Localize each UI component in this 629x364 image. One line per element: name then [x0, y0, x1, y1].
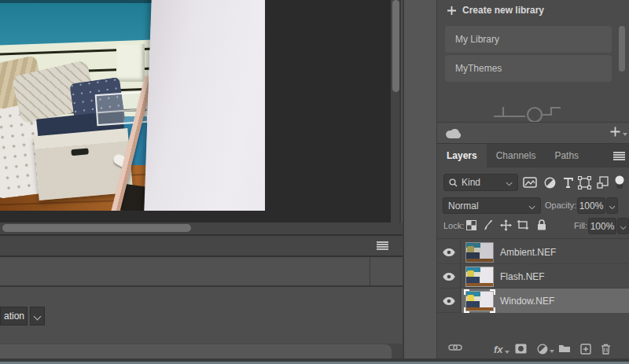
filter-type-layers-icon[interactable]	[561, 176, 575, 189]
layer-row-flash[interactable]: Flash.NEF	[437, 264, 629, 289]
visibility-toggle[interactable]	[437, 289, 461, 313]
caret-down-icon	[505, 351, 509, 354]
chevron-down-icon	[35, 313, 41, 319]
library-item-my-library[interactable]: My Library	[445, 26, 612, 53]
new-group-folder-icon[interactable]	[558, 344, 571, 353]
new-adjustment-layer-icon[interactable]	[537, 344, 554, 355]
bottom-panel-body	[0, 287, 403, 344]
libraries-footer	[437, 122, 629, 144]
filter-kind-dropdown[interactable]: Kind	[443, 174, 518, 191]
bottom-panel-row	[0, 257, 403, 285]
truncated-dropdown-value[interactable]: ation	[0, 307, 28, 325]
footer-rounded-block	[0, 344, 392, 358]
plus-icon	[447, 6, 457, 16]
photo-wall-shelf	[116, 44, 145, 82]
chevron-down-icon	[507, 180, 512, 185]
chevron-down-icon	[530, 203, 535, 208]
thumbnail-fold-corner	[488, 267, 493, 272]
tab-label: Layers	[447, 150, 477, 161]
caret-down-icon	[623, 133, 627, 136]
library-item-mythemes[interactable]: MyThemes	[445, 55, 612, 82]
lock-position-move-icon[interactable]	[498, 218, 513, 232]
library-item-label: My Library	[455, 34, 499, 45]
filter-smart-objects-icon[interactable]	[595, 176, 609, 189]
new-layer-icon[interactable]	[580, 344, 591, 355]
layer-row-window-selected[interactable]: Window.NEF	[437, 289, 629, 313]
libraries-scrollbar-thumb[interactable]	[619, 26, 625, 72]
create-new-library-label: Create new library	[462, 5, 544, 16]
opacity-dropdown-button[interactable]	[606, 197, 618, 214]
layers-panel-menu-icon[interactable]	[613, 152, 625, 160]
visibility-toggle[interactable]	[437, 264, 461, 289]
fill-dropdown-button[interactable]	[617, 218, 629, 234]
divider	[370, 257, 370, 285]
lock-label: Lock:	[443, 221, 464, 230]
tab-label: Channels	[496, 150, 536, 161]
fill-label: Fill:	[574, 221, 587, 230]
lock-all-padlock-icon[interactable]	[535, 218, 549, 232]
tab-paths[interactable]: Paths	[545, 144, 588, 167]
blend-mode-dropdown[interactable]: Normal	[443, 197, 541, 214]
vertical-scrollbar-thumb[interactable]	[392, 0, 399, 92]
layer-thumbnail[interactable]	[466, 243, 493, 262]
tab-layers[interactable]: Layers	[437, 144, 487, 167]
link-layers-icon[interactable]	[448, 344, 462, 351]
workspace-gap	[403, 0, 436, 364]
layer-style-fx-icon[interactable]: fx	[494, 344, 509, 355]
canvas-pasteboard	[0, 0, 391, 222]
add-layer-mask-icon[interactable]	[515, 344, 527, 354]
lock-transparency-icon[interactable]	[464, 218, 478, 232]
fill-value-field[interactable]: 100%	[588, 218, 616, 234]
photo-top-shadow	[0, 0, 157, 3]
filter-shape-layers-icon[interactable]	[577, 176, 591, 189]
opacity-label: Opacity:	[545, 200, 576, 210]
photo-foam-board	[144, 0, 265, 211]
dropdown-value-text: ation	[4, 311, 24, 322]
layer-name: Window.NEF	[500, 296, 554, 307]
eye-icon	[443, 248, 455, 256]
layer-name: Flash.NEF	[500, 271, 545, 282]
blend-mode-value: Normal	[448, 200, 479, 211]
filter-kind-label: Kind	[462, 177, 480, 188]
canvas-horizontal-scrollbar[interactable]	[0, 222, 391, 234]
delete-layer-trash-icon[interactable]	[601, 344, 611, 355]
add-library-asset-button[interactable]	[609, 126, 627, 138]
canvas-vertical-scrollbar[interactable]	[391, 0, 401, 222]
caret-down-icon	[550, 350, 554, 353]
scrollbar-corner	[391, 222, 403, 234]
layers-panel-footer: fx	[437, 344, 629, 358]
eye-icon	[443, 297, 455, 305]
layer-thumbnail[interactable]	[466, 292, 493, 311]
create-new-library-button[interactable]: Create new library	[447, 5, 544, 16]
filter-adjustment-layers-icon[interactable]	[543, 176, 557, 189]
horizontal-scrollbar-thumb[interactable]	[2, 224, 191, 232]
filter-toggle-icon[interactable]	[612, 176, 627, 189]
bottom-panel-header	[0, 236, 403, 256]
photoshop-window: ation Create new library My Library MyTh…	[0, 0, 629, 364]
cloud-sync-icon[interactable]	[445, 127, 462, 139]
right-panel-column: Create new library My Library MyThemes	[436, 0, 629, 364]
document-canvas-image[interactable]	[0, 0, 265, 211]
bottom-panel-footer	[0, 344, 403, 358]
truncated-dropdown-button[interactable]	[30, 307, 45, 325]
chevron-down-icon	[621, 224, 626, 229]
library-item-label: MyThemes	[455, 63, 502, 74]
divider	[437, 238, 629, 239]
opacity-value-field[interactable]: 100%	[577, 197, 605, 214]
fx-label: fx	[494, 344, 503, 355]
opacity-value: 100%	[579, 200, 604, 211]
layers-panel-body: Kind	[437, 167, 629, 358]
lock-pixels-brush-icon[interactable]	[481, 218, 495, 232]
eye-icon	[443, 273, 455, 281]
fill-value: 100%	[590, 221, 615, 232]
plus-icon	[609, 126, 621, 138]
panel-menu-icon[interactable]	[377, 241, 388, 250]
tab-channels[interactable]: Channels	[487, 144, 546, 167]
libraries-empty-graphic-icon	[491, 103, 569, 123]
lock-artboard-icon[interactable]	[516, 218, 530, 232]
visibility-toggle[interactable]	[437, 240, 461, 264]
tab-label: Paths	[554, 150, 579, 161]
layer-row-ambient[interactable]: Ambient.NEF	[437, 240, 629, 264]
filter-pixel-layers-icon[interactable]	[523, 176, 537, 189]
layer-thumbnail[interactable]	[466, 267, 493, 286]
